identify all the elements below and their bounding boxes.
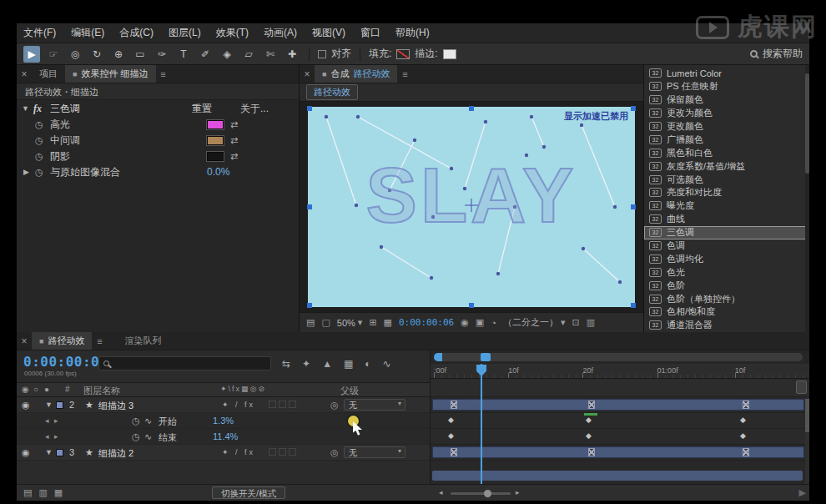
type-tool-icon[interactable]: T	[175, 46, 192, 63]
effect-list-item[interactable]: 32 更改颜色	[644, 120, 809, 134]
transparency-grid-icon[interactable]: ▦	[384, 317, 392, 328]
property-value[interactable]: 1.3%	[213, 416, 234, 426]
navigator-playhead[interactable]	[481, 353, 491, 361]
switch-box[interactable]	[269, 401, 276, 408]
switch-box[interactable]	[279, 401, 286, 408]
layer-switches[interactable]: ✦ / fx	[222, 448, 255, 456]
reset-link[interactable]: 重置	[192, 100, 212, 117]
scrollbar[interactable]	[805, 65, 809, 332]
selection-handle[interactable]	[469, 303, 474, 308]
effect-list-item[interactable]: 32 色阶	[644, 279, 809, 292]
effect-list-item[interactable]: 32 广播颜色	[644, 133, 809, 146]
graph-editor-icon[interactable]: ∿	[383, 358, 391, 370]
selection-handle[interactable]	[631, 303, 636, 308]
zoom-out-icon[interactable]: ◂	[439, 488, 443, 496]
layer-duration-bar[interactable]	[432, 446, 804, 458]
layer-color-chip[interactable]	[56, 401, 63, 409]
menu-item[interactable]: 窗口	[360, 26, 380, 40]
property-label[interactable]: 结束	[159, 431, 177, 444]
keyframe-marker-icon[interactable]	[743, 448, 749, 456]
lock-column-icon[interactable]: ●	[44, 385, 49, 394]
pen-tool-icon[interactable]: ✑	[154, 46, 170, 63]
close-icon[interactable]: ×	[300, 65, 315, 83]
swap-colors-icon[interactable]: ⇄	[230, 133, 238, 149]
window-icon[interactable]: ▢	[321, 317, 330, 328]
viewer-timecode[interactable]: 0:00:00:06	[399, 317, 454, 328]
expander-icon[interactable]: ▼	[22, 100, 29, 117]
stroke-swatch[interactable]	[443, 49, 456, 59]
motion-blur-icon[interactable]: ◐	[365, 358, 370, 370]
mini-flowchart-icon[interactable]: ⇆	[282, 358, 290, 370]
parent-dropdown[interactable]: 无 ▾	[344, 399, 405, 411]
rulers-icon[interactable]: ▥	[587, 317, 595, 328]
keyframe-icon[interactable]	[448, 416, 454, 424]
expand-inout-pane-icon[interactable]: ▦	[54, 487, 63, 498]
switch-box[interactable]	[269, 448, 276, 456]
time-ruler[interactable]: :00f10f20f01:00f10f	[431, 364, 809, 379]
color-swatch[interactable]	[207, 120, 224, 129]
zoom-in-icon[interactable]: ▸	[516, 488, 520, 496]
pickwhip-icon[interactable]: ◎	[330, 447, 339, 458]
switch-box[interactable]	[279, 448, 286, 456]
switch-box[interactable]	[289, 401, 296, 408]
viewer-lock-button[interactable]: 路径动效	[306, 84, 358, 100]
expand-transfer-pane-icon[interactable]: ▥	[38, 487, 47, 498]
effect-list-item[interactable]: 32 亮度和对比度	[644, 186, 809, 199]
stopwatch-icon[interactable]: ◷	[35, 149, 43, 164]
eye-icon[interactable]: ◉	[22, 447, 30, 458]
stopwatch-icon[interactable]: ◷	[35, 133, 43, 149]
shape-tool-icon[interactable]: ▭	[132, 46, 149, 63]
switch-box[interactable]	[289, 448, 296, 456]
solo-column-icon[interactable]: ○	[33, 385, 38, 394]
layer-duration-bar[interactable]	[432, 399, 804, 411]
grid-icon[interactable]: ⊞	[369, 317, 376, 328]
draft-3d-icon[interactable]: ✦	[302, 358, 310, 370]
scrollbar[interactable]	[805, 397, 809, 484]
region-of-interest-icon[interactable]: ⊡	[572, 317, 579, 328]
composition-viewer[interactable]: SLAY 显示加速已禁用	[300, 102, 643, 312]
channels-icon[interactable]: ◔	[491, 318, 496, 328]
track-row[interactable]	[431, 445, 809, 461]
menu-item[interactable]: 图层(L)	[169, 26, 201, 40]
selection-handle[interactable]	[307, 204, 312, 209]
layer-row[interactable]: ◉ ▼ 2 ★ 细描边 3 ✦ / fx ◎ 无 ▾	[17, 397, 430, 413]
effect-list-item[interactable]: 32 色调均化	[644, 252, 809, 265]
effect-list-item[interactable]: 32 曲线	[644, 213, 809, 226]
keyframe-icon[interactable]	[586, 416, 592, 424]
property-row[interactable]: ◂ ▸ ◷ ∿ 开始 1.3%	[17, 413, 430, 429]
effect-list-item[interactable]: 32 Lumetri Color	[644, 67, 809, 80]
selection-handle[interactable]	[631, 204, 636, 209]
expander-icon[interactable]: ▼	[45, 401, 53, 409]
swap-colors-icon[interactable]: ⇄	[230, 117, 238, 133]
selection-handle[interactable]	[469, 106, 474, 111]
stopwatch-icon[interactable]: ◷	[35, 117, 43, 133]
menu-item[interactable]: 动画(A)	[264, 26, 297, 40]
track-row[interactable]	[431, 429, 809, 445]
show-snapshot-icon[interactable]: ▣	[476, 317, 484, 328]
effect-list-item[interactable]: 32 更改为颜色	[644, 107, 809, 120]
panel-menu-icon[interactable]: ≡	[156, 65, 171, 83]
keyframe-marker-icon[interactable]	[451, 401, 457, 409]
close-icon[interactable]: ×	[17, 332, 32, 350]
keyframe-marker-icon[interactable]	[588, 401, 595, 409]
timeline-search-input[interactable]	[113, 359, 266, 369]
effect-list-item[interactable]: 32 通道混合器	[644, 319, 809, 332]
property-value[interactable]: 11.4%	[213, 431, 238, 441]
effect-list-item[interactable]: 32 黑色和白色	[644, 146, 809, 159]
horizontal-scrollbar[interactable]	[432, 471, 803, 481]
scrollbar-thumb[interactable]	[805, 399, 809, 432]
orbit-camera-tool-icon[interactable]: ↻	[88, 46, 105, 63]
effect-name[interactable]: 三色调	[50, 100, 80, 117]
composition-canvas[interactable]: SLAY 显示加速已禁用	[308, 107, 635, 307]
comp-marker-bin[interactable]	[796, 381, 807, 394]
effect-list-item[interactable]: 32 色阶（单独控件）	[644, 292, 809, 305]
timeline-zoom-slider[interactable]	[451, 492, 511, 495]
eraser-tool-icon[interactable]: ▱	[240, 46, 257, 63]
effect-list-item[interactable]: 32 保留颜色	[644, 93, 809, 107]
track-row[interactable]	[431, 413, 809, 429]
menu-item[interactable]: 编辑(E)	[71, 26, 104, 40]
keyframe-marker-icon[interactable]	[743, 401, 749, 409]
selection-handle[interactable]	[631, 106, 636, 111]
scrollbar-thumb[interactable]	[805, 73, 809, 174]
work-area-start[interactable]	[434, 353, 442, 361]
